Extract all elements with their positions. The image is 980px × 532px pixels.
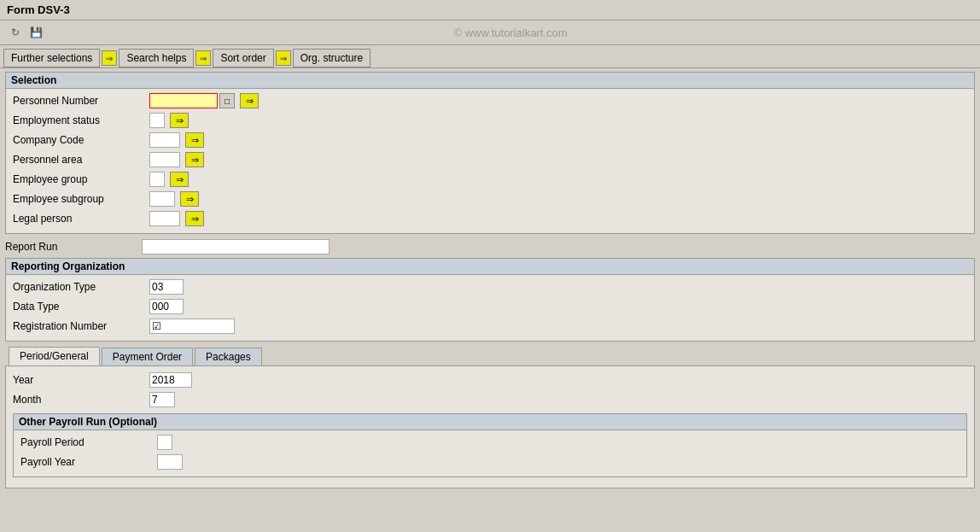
payroll-year-input[interactable]	[157, 454, 183, 470]
selection-body: Personnel Number □ ⇒ Employment status ⇒…	[6, 89, 974, 233]
org-type-row: Organization Type	[13, 278, 967, 295]
data-type-row: Data Type	[13, 298, 967, 315]
company-code-label: Company Code	[13, 134, 149, 146]
search-helps-label: Search helps	[126, 52, 186, 64]
registration-number-input[interactable]	[149, 319, 235, 334]
nav-arrow-1: ⇒	[102, 50, 117, 66]
personnel-area-arrow[interactable]: ⇒	[185, 152, 204, 167]
data-type-label: Data Type	[13, 301, 149, 313]
title-bar: Form DSV-3	[0, 0, 980, 20]
nav-arrow-3: ⇒	[276, 50, 291, 66]
month-row: Month	[13, 391, 967, 408]
registration-number-row: Registration Number	[13, 318, 967, 335]
further-selections-button[interactable]: Further selections	[3, 49, 100, 67]
company-code-input[interactable]	[149, 132, 180, 148]
sort-order-button[interactable]: Sort order	[213, 49, 273, 67]
back-icon[interactable]: ↻	[7, 24, 24, 41]
report-run-label: Report Run	[5, 241, 142, 253]
company-code-row: Company Code ⇒	[13, 132, 967, 149]
year-label: Year	[13, 374, 149, 386]
month-label: Month	[13, 394, 149, 406]
legal-person-input[interactable]	[149, 211, 180, 226]
nav-arrow-2: ⇒	[195, 50, 211, 66]
payroll-year-row: Payroll Year	[20, 453, 960, 471]
legal-person-label: Legal person	[13, 213, 149, 225]
reporting-org-header: Reporting Organization	[6, 259, 974, 275]
org-type-label: Organization Type	[13, 281, 149, 293]
tab-packages[interactable]: Packages	[195, 348, 262, 365]
payroll-period-input[interactable]	[157, 435, 172, 450]
year-row: Year	[13, 371, 967, 389]
nav-bar: Further selections ⇒ Search helps ⇒ Sort…	[0, 45, 980, 68]
employee-subgroup-input[interactable]	[149, 191, 175, 207]
employee-group-input[interactable]	[149, 172, 165, 187]
employee-subgroup-arrow[interactable]: ⇒	[180, 191, 199, 207]
sort-order-label: Sort order	[220, 52, 265, 64]
employment-status-row: Employment status ⇒	[13, 112, 967, 129]
search-helps-button[interactable]: Search helps	[119, 49, 194, 67]
further-selections-label: Further selections	[11, 52, 92, 64]
org-type-input[interactable]	[149, 279, 184, 295]
tabs-bar: Period/General Payment Order Packages	[5, 347, 975, 365]
watermark-text: © www.tutorialkart.com	[48, 26, 973, 39]
personnel-area-input[interactable]	[149, 152, 180, 167]
toolbar: ↻ 💾 © www.tutorialkart.com	[0, 20, 980, 45]
personnel-area-label: Personnel area	[13, 154, 149, 166]
personnel-number-input[interactable]	[149, 93, 218, 108]
employee-subgroup-row: Employee subgroup ⇒	[13, 190, 967, 208]
reporting-org-body: Organization Type Data Type Registration…	[6, 275, 974, 341]
data-type-input[interactable]	[149, 299, 184, 314]
payroll-period-row: Payroll Period	[20, 434, 960, 451]
reporting-org-section: Reporting Organization Organization Type…	[5, 258, 975, 342]
selection-section: Selection Personnel Number □ ⇒ Employmen…	[5, 72, 975, 234]
registration-number-label: Registration Number	[13, 320, 149, 332]
personnel-number-arrow[interactable]: ⇒	[240, 93, 259, 108]
employee-group-arrow[interactable]: ⇒	[170, 172, 189, 187]
tab-period-general[interactable]: Period/General	[9, 347, 100, 365]
company-code-arrow[interactable]: ⇒	[185, 132, 204, 148]
other-payroll-header: Other Payroll Run (Optional)	[14, 414, 966, 430]
other-payroll-body: Payroll Period Payroll Year	[14, 430, 966, 476]
personnel-area-row: Personnel area ⇒	[13, 151, 967, 168]
legal-person-row: Legal person ⇒	[13, 210, 967, 227]
title-text: Form DSV-3	[7, 3, 70, 16]
personnel-number-browse[interactable]: □	[219, 93, 235, 108]
month-input[interactable]	[149, 392, 175, 407]
personnel-number-label: Personnel Number	[13, 95, 149, 107]
legal-person-arrow[interactable]: ⇒	[185, 211, 204, 226]
org-structure-button[interactable]: Org. structure	[293, 49, 370, 67]
report-run-row: Report Run	[5, 239, 975, 254]
employment-status-input[interactable]	[149, 113, 165, 128]
year-input[interactable]	[149, 372, 192, 388]
payroll-period-label: Payroll Period	[20, 436, 157, 448]
other-payroll-section: Other Payroll Run (Optional) Payroll Per…	[13, 413, 967, 477]
org-structure-label: Org. structure	[300, 52, 363, 64]
report-run-input[interactable]	[142, 239, 330, 254]
save-icon[interactable]: 💾	[27, 24, 44, 41]
employee-group-row: Employee group ⇒	[13, 171, 967, 188]
selection-header: Selection	[6, 73, 974, 89]
employment-status-label: Employment status	[13, 114, 149, 126]
employment-status-arrow[interactable]: ⇒	[170, 113, 189, 128]
employee-group-label: Employee group	[13, 173, 149, 185]
tab-payment-order[interactable]: Payment Order	[102, 348, 193, 365]
personnel-number-row: Personnel Number □ ⇒	[13, 92, 967, 109]
employee-subgroup-label: Employee subgroup	[13, 193, 149, 205]
tab-content: Year Month Other Payroll Run (Optional) …	[5, 365, 975, 488]
payroll-year-label: Payroll Year	[20, 456, 157, 468]
main-content: Selection Personnel Number □ ⇒ Employmen…	[0, 68, 980, 497]
